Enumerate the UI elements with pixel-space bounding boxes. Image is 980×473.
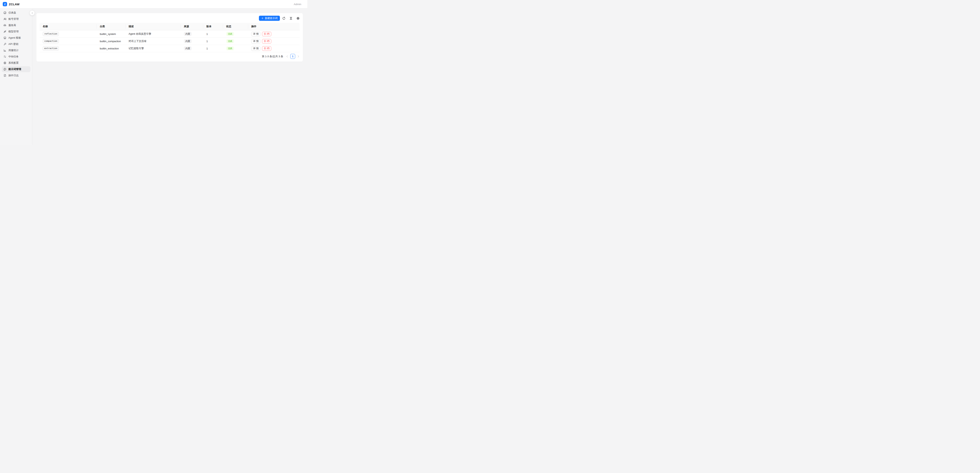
prompt-version: 1: [203, 38, 223, 45]
table-row: reflection builtin_system Agent 自我反思引擎 内…: [40, 30, 300, 38]
archive-button[interactable]: 归 档: [262, 32, 271, 36]
bar-chart-icon: [3, 49, 6, 52]
sidebar-item-accounts[interactable]: 账号管理: [2, 16, 30, 22]
pagination-page-1[interactable]: 1: [290, 54, 295, 59]
column-header-actions: 操作: [248, 23, 300, 30]
sidebar-item-label: Agent 模板: [8, 36, 21, 40]
sidebar-item-label: 用量统计: [8, 49, 19, 52]
app-title: ZCLAW: [9, 3, 20, 6]
sidebar-item-api-keys[interactable]: API 密钥: [2, 41, 30, 47]
status-badge: 活跃: [226, 39, 234, 43]
chevron-left-icon: [31, 12, 33, 14]
gear-icon: [3, 61, 6, 64]
sidebar-item-label: API 密钥: [8, 42, 18, 46]
prompt-description: 对话上下文压缩: [126, 38, 181, 45]
cloud-server-icon: [3, 24, 6, 27]
source-tag: 内置: [184, 39, 192, 43]
status-badge: 活跃: [226, 46, 234, 50]
message-icon: [3, 68, 6, 71]
prompt-name-tag: extraction: [43, 46, 59, 50]
column-header-category: 分类: [97, 23, 126, 30]
prompt-name-tag: compaction: [43, 39, 59, 43]
current-user-label[interactable]: Admin: [294, 3, 301, 6]
table-row: compaction builtin_compaction 对话上下文压缩 内置…: [40, 38, 300, 45]
column-header-version: 版本: [203, 23, 223, 30]
column-height-icon[interactable]: [289, 17, 293, 20]
sidebar-item-providers[interactable]: 服务商: [2, 22, 30, 28]
sidebar-item-label: 操作日志: [8, 74, 19, 77]
sidebar-item-dashboard[interactable]: 仪表盘: [2, 10, 30, 16]
main-content: 新建提示词: [32, 8, 307, 145]
detail-button[interactable]: 详 情: [251, 46, 260, 51]
robot-icon: [3, 36, 6, 40]
prompt-category: builtin_system: [97, 30, 126, 38]
new-prompt-button-label: 新建提示词: [265, 16, 278, 20]
prompt-table-card: 新建提示词: [37, 13, 303, 62]
sidebar-item-usage-stats[interactable]: 用量统计: [2, 48, 30, 53]
sidebar-item-label: 系统配置: [8, 61, 19, 65]
sidebar: 仪表盘 账号管理 服务商 模型管理: [0, 8, 32, 145]
sidebar-item-label: 仪表盘: [8, 11, 16, 14]
column-header-status: 状态: [223, 23, 248, 30]
sidebar-item-label: 模型管理: [8, 30, 19, 33]
brand: Z ZCLAW: [3, 2, 20, 6]
new-prompt-button[interactable]: 新建提示词: [259, 16, 280, 21]
table-row: extraction builtin_extraction 记忆提取引擎 内置 …: [40, 45, 300, 52]
sidebar-item-agent-templates[interactable]: Agent 模板: [2, 35, 30, 41]
archive-button[interactable]: 归 档: [262, 46, 271, 51]
column-header-name: 名称: [40, 23, 97, 30]
sidebar-item-models[interactable]: 模型管理: [2, 29, 30, 35]
table-toolbar: 新建提示词: [40, 16, 300, 21]
team-icon: [3, 18, 6, 21]
source-tag: 内置: [184, 46, 192, 50]
status-badge: 活跃: [226, 32, 234, 36]
prompt-table: 名称 分类 描述 来源 版本 状态 操作 reflection builtin_…: [40, 23, 300, 52]
prompt-description: Agent 自我反思引擎: [126, 30, 181, 38]
detail-button[interactable]: 详 情: [251, 32, 260, 36]
app-logo: Z: [3, 2, 7, 6]
sidebar-item-label: 服务商: [8, 24, 16, 27]
top-header: Z ZCLAW Admin: [0, 0, 307, 8]
detail-button[interactable]: 详 情: [251, 39, 260, 43]
sidebar-item-label: 中转任务: [8, 55, 19, 59]
source-tag: 内置: [184, 32, 192, 36]
column-header-description: 描述: [126, 23, 181, 30]
settings-icon[interactable]: [296, 17, 300, 20]
app-logo-letter: Z: [4, 3, 6, 6]
sidebar-item-operation-logs[interactable]: 操作日志: [2, 73, 30, 78]
table-header-row: 名称 分类 描述 来源 版本 状态 操作: [40, 23, 300, 30]
prompt-version: 1: [203, 45, 223, 52]
reload-icon[interactable]: [282, 17, 286, 20]
sidebar-item-label: 账号管理: [8, 17, 19, 21]
prompt-description: 记忆提取引擎: [126, 45, 181, 52]
prompt-category: builtin_compaction: [97, 38, 126, 45]
file-text-icon: [3, 74, 6, 77]
dashboard-icon: [3, 11, 6, 14]
pagination-prev-icon[interactable]: [286, 55, 288, 58]
sidebar-collapse-button[interactable]: [30, 10, 35, 16]
sidebar-item-relay-tasks[interactable]: 中转任务: [2, 54, 30, 60]
key-icon: [3, 43, 6, 46]
pagination-next-icon[interactable]: [297, 55, 300, 58]
column-header-source: 来源: [181, 23, 203, 30]
prompt-version: 1: [203, 30, 223, 38]
prompt-category: builtin_extraction: [97, 45, 126, 52]
pagination-summary: 第 1-3 条/总共 3 条: [262, 55, 283, 58]
api-icon: [3, 30, 6, 33]
pagination: 第 1-3 条/总共 3 条 1: [40, 54, 300, 59]
sidebar-item-label: 提示词管理: [8, 67, 21, 71]
sidebar-item-prompt-management[interactable]: 提示词管理: [2, 66, 30, 72]
archive-button[interactable]: 归 档: [262, 39, 271, 43]
sidebar-item-system-config[interactable]: 系统配置: [2, 60, 30, 66]
plus-icon: [261, 17, 264, 19]
swap-icon: [3, 55, 6, 58]
prompt-name-tag: reflection: [43, 32, 59, 36]
